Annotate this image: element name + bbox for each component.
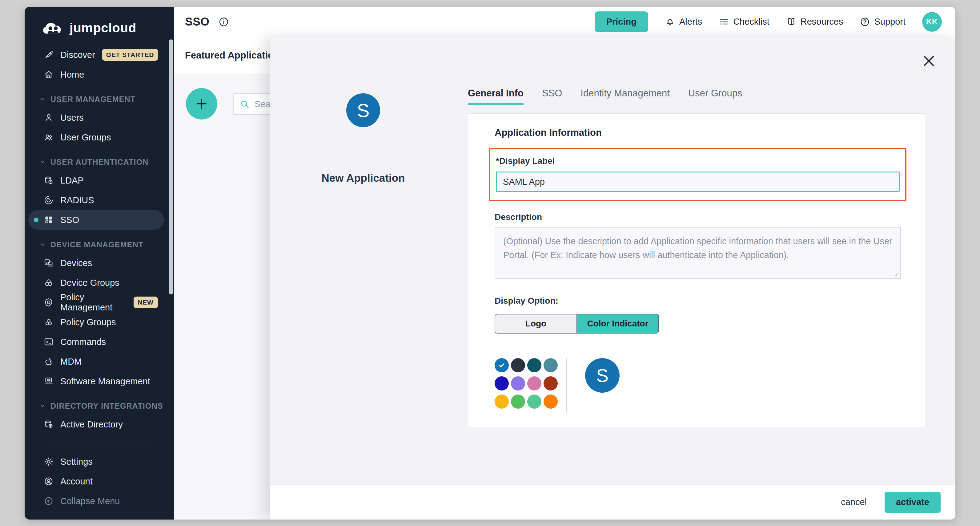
display-option-toggle: Logo Color Indicator — [495, 314, 659, 333]
logo-option[interactable]: Logo — [495, 314, 576, 333]
jumpcloud-logo[interactable]: jumpcloud — [25, 7, 174, 38]
alerts-label: Alerts — [679, 17, 702, 27]
info-icon[interactable] — [218, 16, 229, 27]
question-icon — [860, 17, 870, 27]
main-body: Featured Applications S N — [174, 37, 955, 520]
description-block: Description — [495, 212, 901, 280]
sidebar-item-device-groups[interactable]: Device Groups — [25, 273, 174, 293]
sidebar-item-radius[interactable]: RADIUS — [25, 190, 174, 210]
modal-title: New Application — [296, 172, 431, 184]
sidebar-item-policy-groups[interactable]: Policy Groups — [25, 312, 174, 332]
sidebar-item-user-groups[interactable]: User Groups — [25, 128, 174, 147]
header-actions: Pricing Alerts Checklist — [595, 11, 942, 32]
add-application-button[interactable] — [186, 88, 217, 120]
sidebar-item-label: Device Groups — [60, 278, 119, 288]
sidebar-item-users[interactable]: Users — [25, 108, 174, 128]
resize-handle-icon[interactable] — [893, 271, 898, 276]
color-swatch[interactable] — [527, 394, 541, 409]
modal-tabs: General Info SSO Identity Management Use… — [468, 88, 742, 103]
new-application-modal: S New Application General Info SSO Ident… — [270, 37, 955, 520]
tab-identity-management[interactable]: Identity Management — [581, 88, 670, 103]
section-title: DIRECTORY INTEGRATIONS — [51, 402, 163, 411]
tab-general-info[interactable]: General Info — [468, 88, 523, 103]
active-directory-icon — [44, 419, 54, 429]
color-swatch[interactable] — [527, 358, 541, 372]
sidebar-item-label: Software Management — [60, 376, 150, 386]
description-label: Description — [495, 212, 901, 222]
featured-applications-heading: Featured Applications — [185, 50, 285, 61]
color-swatch[interactable] — [544, 394, 558, 409]
alerts-button[interactable]: Alerts — [665, 17, 702, 27]
tab-user-groups[interactable]: User Groups — [688, 88, 742, 103]
checklist-icon — [719, 17, 729, 27]
sidebar-item-label: Commands — [60, 337, 106, 347]
sidebar-bottom: Settings Account Collapse Menu — [25, 437, 174, 520]
sso-grid-icon — [44, 215, 54, 225]
plus-icon — [194, 96, 209, 111]
sidebar-item-home[interactable]: Home — [25, 65, 174, 84]
color-swatch[interactable] — [495, 394, 509, 409]
sidebar-item-active-directory[interactable]: Active Directory — [25, 414, 174, 434]
sidebar-item-commands[interactable]: Commands — [25, 332, 174, 352]
user-avatar[interactable]: KK — [922, 12, 942, 32]
rocket-icon — [44, 50, 54, 60]
top-header: SSO Pricing Alerts Checkl — [174, 7, 955, 37]
color-swatch[interactable] — [511, 394, 525, 409]
pricing-button[interactable]: Pricing — [595, 11, 648, 32]
description-textarea[interactable] — [495, 227, 901, 279]
terminal-icon — [44, 337, 54, 347]
color-swatch[interactable] — [544, 376, 558, 391]
display-label-input[interactable] — [496, 172, 900, 192]
display-option-block: Display Option: Logo Color Indicator — [495, 296, 901, 333]
color-swatch-selected[interactable] — [495, 358, 509, 372]
support-button[interactable]: Support — [860, 17, 905, 27]
jumpcloud-cloud-icon — [42, 20, 65, 36]
section-directory-integrations[interactable]: DIRECTORY INTEGRATIONS — [25, 397, 174, 414]
checklist-button[interactable]: Checklist — [719, 17, 770, 27]
color-swatch[interactable] — [511, 358, 525, 372]
sidebar-item-label: Active Directory — [60, 419, 123, 430]
section-user-authentication[interactable]: USER AUTHENTICATION — [25, 153, 174, 171]
color-swatch[interactable] — [527, 376, 541, 391]
resources-button[interactable]: Resources — [786, 17, 843, 27]
sidebar-item-policy-management[interactable]: Policy Management NEW — [25, 293, 174, 312]
sidebar-scrollbar-thumb[interactable] — [169, 40, 173, 295]
cancel-button[interactable]: cancel — [841, 497, 867, 507]
sidebar-item-discover[interactable]: Discover GET STARTED — [25, 45, 174, 65]
section-title: DEVICE MANAGEMENT — [51, 240, 143, 249]
software-icon — [44, 376, 54, 386]
sidebar-item-label: Collapse Menu — [60, 496, 120, 506]
sidebar-item-label: Settings — [60, 457, 93, 467]
sidebar-item-sso[interactable]: SSO — [28, 210, 164, 230]
sidebar-item-label: RADIUS — [60, 195, 94, 206]
color-swatch[interactable] — [511, 376, 525, 391]
color-indicator-section: S — [495, 358, 901, 413]
page-title: SSO — [185, 15, 210, 28]
sidebar-item-collapse-menu[interactable]: Collapse Menu — [25, 491, 174, 511]
sidebar-item-settings[interactable]: Settings — [25, 452, 174, 472]
display-option-label: Display Option: — [495, 296, 901, 306]
sidebar-item-account[interactable]: Account — [25, 472, 174, 491]
account-icon — [44, 477, 54, 486]
sidebar-item-mdm[interactable]: MDM — [25, 352, 174, 371]
activate-button[interactable]: activate — [885, 492, 940, 513]
sidebar-item-devices[interactable]: Devices — [25, 253, 174, 273]
sidebar-item-label: User Groups — [60, 132, 111, 143]
section-device-management[interactable]: DEVICE MANAGEMENT — [25, 236, 174, 253]
chevron-down-icon — [40, 159, 46, 165]
color-swatch[interactable] — [495, 376, 509, 391]
section-title: USER MANAGEMENT — [51, 95, 135, 104]
close-icon[interactable] — [920, 53, 937, 70]
search-icon — [239, 99, 250, 110]
radius-icon — [44, 195, 54, 205]
policy-icon — [44, 298, 54, 308]
sidebar-item-ldap[interactable]: LDAP — [25, 171, 174, 190]
sidebar-item-label: Account — [60, 477, 93, 486]
color-indicator-option[interactable]: Color Indicator — [576, 314, 659, 333]
color-swatch[interactable] — [544, 358, 558, 372]
tab-sso[interactable]: SSO — [542, 88, 562, 103]
sidebar-item-software-management[interactable]: Software Management — [25, 371, 174, 391]
jumpcloud-wordmark: jumpcloud — [70, 21, 136, 35]
section-user-management[interactable]: USER MANAGEMENT — [25, 91, 174, 108]
sidebar-item-label: LDAP — [60, 175, 84, 186]
